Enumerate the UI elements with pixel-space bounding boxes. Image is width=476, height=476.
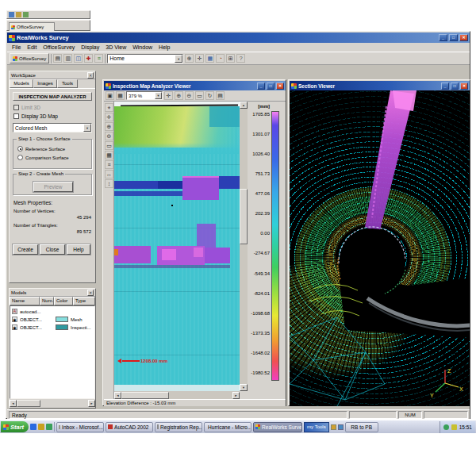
taskbar-item-autocad[interactable]: AutoCAD 2002 <box>106 422 153 432</box>
scrollbar-thumb[interactable] <box>121 392 169 399</box>
layers-icon[interactable]: ≡ <box>105 160 113 169</box>
new-project-icon[interactable]: ▤ <box>53 54 62 63</box>
delete-icon[interactable]: ✚ <box>84 54 93 63</box>
scrollbar-thumb[interactable] <box>17 400 40 407</box>
quicklaunch-media-icon[interactable] <box>46 424 52 430</box>
mytools-icon[interactable] <box>338 424 344 430</box>
view-combobox[interactable]: Home ▼ <box>107 54 183 63</box>
menu-display[interactable]: Display <box>78 44 102 51</box>
zoom-in-icon[interactable]: ⊕ <box>175 91 183 100</box>
chevron-down-icon[interactable]: ▼ <box>155 92 162 99</box>
main-titlebar[interactable]: RealWorks Survey _ □ ✕ <box>7 33 470 43</box>
preview-button[interactable]: Preview <box>33 182 73 192</box>
taskbar-item-realworks[interactable]: RealWorks Survey <box>253 422 302 432</box>
reference-surface-radio[interactable]: Reference Surface <box>17 146 91 152</box>
camera-icon[interactable]: ◔ <box>216 54 225 63</box>
taskbar-item-registration[interactable]: Registration Rep... <box>155 422 202 432</box>
toolbar-officesurvey-tab[interactable]: OfficeSurvey <box>10 53 49 63</box>
tab-images[interactable]: Images <box>33 79 57 88</box>
pan-icon[interactable]: ✛ <box>195 54 204 63</box>
settings-icon[interactable]: ▦ <box>116 91 125 100</box>
quicklaunch-desktop-icon[interactable] <box>38 424 44 430</box>
measure-v-icon[interactable]: ↕ <box>105 179 113 188</box>
select-icon[interactable]: ⌖ <box>105 103 113 112</box>
pointcloud-viewport[interactable]: Z X Y <box>290 90 470 406</box>
create-button[interactable]: Create <box>13 244 38 255</box>
chevron-down-icon[interactable]: ▼ <box>175 55 182 63</box>
menu-edit[interactable]: Edit <box>24 44 40 51</box>
tray-volume-icon[interactable] <box>451 424 457 430</box>
fragment-officesurvey-tab[interactable]: OfficeSurvey <box>9 22 55 31</box>
measure-h-icon[interactable]: ↔ <box>105 170 113 178</box>
tray-status-icon[interactable] <box>443 424 449 430</box>
grid-icon[interactable]: ⊞ <box>226 54 235 63</box>
scroll-left-icon[interactable]: ◄ <box>10 400 17 407</box>
viewer-vscrollbar[interactable]: ▲ ▼ <box>240 102 248 391</box>
column-name[interactable]: Name <box>10 297 40 305</box>
dimension-annotation[interactable]: 1208.00 mm <box>117 359 167 363</box>
zoom-out-icon[interactable]: ⊖ <box>185 91 194 100</box>
table-row[interactable]: A autocad... <box>12 308 94 315</box>
maximize-button[interactable]: □ <box>449 34 458 41</box>
column-num[interactable]: Num... <box>40 297 54 305</box>
limit-3d-checkbox[interactable]: Limit 3D <box>13 105 40 110</box>
menu-file[interactable]: File <box>9 44 24 51</box>
table-row[interactable]: ◉ OBJECT... Inspecti... <box>12 324 94 331</box>
close-button[interactable]: Close <box>40 244 65 255</box>
help-toolbar-icon[interactable]: ? <box>236 54 245 63</box>
display-3d-map-checkbox[interactable]: Display 3D Map <box>13 113 58 119</box>
tab-models[interactable]: Models <box>10 79 33 88</box>
grid-icon[interactable]: ▦ <box>105 151 113 159</box>
menu-3dview[interactable]: 3D View <box>102 44 129 51</box>
mytools-icon[interactable] <box>331 424 336 430</box>
pan-icon[interactable]: ✛ <box>164 91 173 100</box>
close-button[interactable]: ✕ <box>460 83 468 90</box>
quicklaunch-ie-icon[interactable] <box>30 424 36 430</box>
menu-help[interactable]: Help <box>155 44 173 51</box>
print-icon[interactable]: ▤ <box>216 91 225 100</box>
close-icon[interactable]: ✕ <box>87 290 94 296</box>
menu-window[interactable]: Window <box>129 44 155 51</box>
fit-view-icon[interactable]: ▭ <box>195 91 204 100</box>
close-icon[interactable]: ✕ <box>87 72 94 79</box>
maximize-button[interactable]: □ <box>451 83 459 90</box>
section-viewer-titlebar[interactable]: Section Viewer _ □ ✕ <box>290 81 470 90</box>
view-3d-icon[interactable]: ▦ <box>205 54 214 63</box>
zoom-out-icon[interactable]: ⊖ <box>105 132 113 140</box>
help-button[interactable]: Help <box>67 244 90 255</box>
snapshot-icon[interactable]: ▣ <box>106 91 114 100</box>
scroll-up-icon[interactable]: ▲ <box>240 102 248 109</box>
scrollbar-thumb[interactable] <box>240 189 248 244</box>
zoom-in-icon[interactable]: ⊕ <box>105 122 113 131</box>
measure-icon[interactable]: ≡ <box>94 54 103 63</box>
refresh-icon[interactable]: ↻ <box>205 91 214 100</box>
zoom-extents-icon[interactable]: ⊕ <box>185 54 194 63</box>
heatmap-canvas[interactable]: 1208.00 mm <box>114 102 240 391</box>
zoom-combobox[interactable]: 379 % ▼ <box>126 91 163 100</box>
minimize-button[interactable]: _ <box>441 83 449 90</box>
tab-tools[interactable]: Tools <box>57 79 78 88</box>
taskbar-item-inbox[interactable]: Inbox - Microsof... <box>56 422 104 432</box>
close-button[interactable]: ✕ <box>459 34 468 41</box>
models-hscrollbar[interactable]: ◄ ► <box>10 399 95 408</box>
taskbar-item-hurricane[interactable]: Hurricane - Micro... <box>204 422 251 432</box>
inspection-viewer-titlebar[interactable]: Inspection Map Analyzer Viewer _ □ ✕ <box>104 81 286 90</box>
scroll-right-icon[interactable]: ► <box>232 392 240 399</box>
minimize-button[interactable]: _ <box>257 83 265 90</box>
minimize-button[interactable]: _ <box>439 34 447 41</box>
scroll-right-icon[interactable]: ► <box>88 400 95 407</box>
close-button[interactable]: ✕ <box>276 83 284 90</box>
maximize-button[interactable]: □ <box>267 83 274 90</box>
comparison-surface-radio[interactable]: Comparison Surface <box>17 155 91 160</box>
rb-to-pb-button[interactable]: RB to PB <box>345 422 378 432</box>
open-icon[interactable]: ▥ <box>63 54 72 63</box>
table-row[interactable]: ◉ OBJECT... Mesh <box>12 316 94 323</box>
save-icon[interactable]: ◫ <box>74 54 83 63</box>
start-button[interactable]: Start <box>1 421 29 432</box>
mytools-toolbar-title[interactable]: my Tools <box>304 422 329 432</box>
menu-officesurvey[interactable]: OfficeSurvey <box>40 44 78 51</box>
scroll-left-icon[interactable]: ◄ <box>114 392 121 399</box>
mesh-type-combobox[interactable]: Colored Mesh ▼ <box>13 123 92 132</box>
fit-view-icon[interactable]: ▭ <box>105 141 113 150</box>
viewer-hscrollbar[interactable]: ◄ ► <box>114 391 240 399</box>
